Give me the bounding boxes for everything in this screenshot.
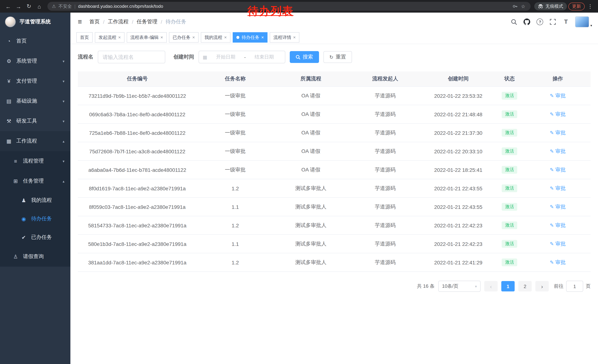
close-icon[interactable]: × — [160, 35, 163, 40]
approve-link[interactable]: ✎ 审批 — [550, 129, 566, 136]
close-icon[interactable]: × — [118, 35, 121, 40]
tab-home[interactable]: 首页 — [76, 32, 93, 43]
help-icon[interactable]: ? — [536, 18, 544, 25]
refresh-icon[interactable]: ↻ — [25, 2, 33, 11]
tab-done-tasks[interactable]: 已办任务 × — [169, 32, 199, 43]
tab-process-form-edit[interactable]: 流程表单-编辑 × — [127, 32, 167, 43]
start-date-placeholder: 开始日期 — [209, 54, 243, 60]
col-process: 所属流程 — [274, 72, 348, 87]
tab-start-process[interactable]: 发起流程 × — [95, 32, 125, 43]
sidebar-item-process-mgmt[interactable]: ≡ 流程管理 ▾ — [0, 151, 70, 171]
reset-button[interactable]: ↻ 重置 — [324, 51, 352, 63]
sidebar: 芋道管理系统 ◔ 首页 ⚙ 系统管理 ▾ ¥ 支付管理 ▾ ▤ 基础设施 ▾ — [0, 13, 70, 364]
search-icon[interactable] — [510, 18, 518, 25]
breadcrumb-home[interactable]: 首页 — [89, 18, 100, 25]
chevron-down-icon: ▾ — [63, 59, 65, 63]
tab-label: 已办任务 — [173, 34, 191, 40]
text-size-icon[interactable]: T — [562, 18, 570, 25]
approve-link[interactable]: ✎ 审批 — [550, 148, 566, 155]
sidebar-item-todo-tasks[interactable]: ◉ 待办任务 — [0, 210, 70, 228]
cell-action: ✎ 审批 — [525, 253, 590, 272]
prev-page-button[interactable]: ‹ — [484, 281, 498, 291]
tab-todo-tasks[interactable]: 待办任务 × — [233, 32, 267, 43]
table-row: 725a1eb6-7b88-11ec-8ef0-acde48001122 一级审… — [78, 123, 590, 142]
approve-link[interactable]: ✎ 审批 — [550, 222, 566, 229]
sidebar-item-label: 已办任务 — [31, 234, 52, 241]
edit-icon: ✎ — [550, 241, 554, 247]
todo-task-icon: ◉ — [21, 216, 27, 222]
date-range-picker[interactable]: ▦ 开始日期 - 结束日期 — [199, 51, 285, 63]
tab-my-process[interactable]: 我的流程 × — [201, 32, 231, 43]
table-header-row: 任务编号 任务名称 所属流程 流程发起人 创建时间 状态 操作 — [78, 72, 590, 87]
close-icon[interactable]: × — [261, 35, 264, 40]
process-name-label: 流程名 — [78, 54, 93, 60]
sidebar-item-system-mgmt[interactable]: ⚙ 系统管理 ▾ — [0, 51, 70, 71]
sidebar-item-my-process[interactable]: ♟ 我的流程 — [0, 191, 70, 210]
cell-starter: 芋道源码 — [348, 142, 422, 161]
cell-action: ✎ 审批 — [525, 105, 590, 123]
cell-status: 激活 — [494, 142, 525, 161]
sidebar-item-label: 工作流程 — [16, 138, 37, 145]
approve-link[interactable]: ✎ 审批 — [550, 203, 566, 210]
close-icon[interactable]: × — [293, 35, 296, 40]
approve-link-label: 审批 — [555, 222, 566, 229]
approve-link-label: 审批 — [555, 111, 566, 118]
sidebar-item-workflow[interactable]: ▦ 工作流程 ▴ — [0, 131, 70, 151]
github-icon[interactable] — [523, 18, 531, 25]
cell-action: ✎ 审批 — [525, 198, 590, 216]
approve-link[interactable]: ✎ 审批 — [550, 166, 566, 173]
cell-process: OA 请假 — [274, 105, 348, 123]
app-logo[interactable]: 芋道管理系统 — [0, 13, 70, 31]
sidebar-item-infrastructure[interactable]: ▤ 基础设施 ▾ — [0, 91, 70, 111]
next-page-button[interactable]: › — [535, 281, 549, 291]
close-icon[interactable]: × — [224, 35, 227, 40]
status-badge: 激活 — [502, 92, 517, 100]
sidebar-item-payment-mgmt[interactable]: ¥ 支付管理 ▾ — [0, 71, 70, 91]
breadcrumb-task-mgmt[interactable]: 任务管理 — [137, 18, 158, 25]
cell-task-id: 73211d9d-7b9b-11ec-b5b7-acde48001122 — [78, 87, 197, 105]
page-button-2[interactable]: 2 — [518, 281, 532, 291]
sidebar-item-task-mgmt[interactable]: ⊞ 任务管理 ▴ — [0, 171, 70, 191]
cell-created: 2022-01-21 22:42:23 — [422, 235, 494, 253]
browser-menu-icon[interactable]: ⋮ — [586, 3, 594, 9]
page-size-select[interactable]: 10条/页 ▾ — [438, 281, 481, 292]
user-menu[interactable]: ▾ — [575, 16, 592, 27]
fullscreen-icon[interactable] — [549, 18, 557, 25]
bookmark-star-icon[interactable]: ☆ — [520, 2, 526, 11]
approve-link[interactable]: ✎ 审批 — [550, 92, 566, 99]
status-badge: 激活 — [502, 221, 517, 229]
breadcrumb-current: 待办任务 — [166, 18, 186, 25]
sidebar-item-done-tasks[interactable]: ✔ 已办任务 — [0, 228, 70, 247]
sidebar-item-label: 待办任务 — [31, 216, 52, 222]
sidebar-item-dev-tools[interactable]: ⚒ 研发工具 ▾ — [0, 111, 70, 131]
home-icon[interactable]: ⌂ — [35, 2, 44, 11]
sidebar-item-home[interactable]: ◔ 首页 — [0, 31, 70, 51]
approve-link[interactable]: ✎ 审批 — [550, 259, 566, 266]
edit-icon: ✎ — [550, 130, 554, 136]
approve-link[interactable]: ✎ 审批 — [550, 111, 566, 118]
approve-link[interactable]: ✎ 审批 — [550, 241, 566, 247]
sidebar-item-leave-query[interactable]: ♙ 请假查询 — [0, 247, 70, 267]
key-icon[interactable] — [512, 4, 518, 9]
update-button[interactable]: 更新 — [568, 2, 585, 10]
cell-task-name: 一级审批 — [197, 87, 274, 105]
forward-icon[interactable]: → — [14, 2, 23, 11]
chevron-down-icon: ▾ — [63, 119, 65, 123]
sidebar-toggle-icon[interactable]: ≡ — [76, 18, 83, 26]
pagination: 共 16 条 10条/页 ▾ ‹ 1 2 › 前往 页 — [78, 281, 590, 292]
edit-icon: ✎ — [550, 167, 554, 173]
goto-page-input[interactable] — [566, 281, 583, 292]
tab-process-detail[interactable]: 流程详情 × — [270, 32, 299, 43]
process-name-input[interactable] — [98, 51, 165, 63]
approve-link[interactable]: ✎ 审批 — [550, 185, 566, 192]
breadcrumb-workflow[interactable]: 工作流程 — [108, 18, 129, 25]
page-button-1[interactable]: 1 — [501, 281, 515, 291]
cell-task-id: 75d72608-7b7f-11ec-a3c8-acde48001122 — [78, 142, 197, 161]
status-badge: 激活 — [502, 147, 517, 155]
close-icon[interactable]: × — [192, 35, 195, 40]
search-form: 流程名 创建时间 ▦ 开始日期 - 结束日期 搜索 ↻ — [78, 51, 590, 63]
sidebar-item-label: 任务管理 — [23, 178, 44, 184]
search-button[interactable]: 搜索 — [290, 51, 319, 63]
cell-status: 激活 — [494, 235, 525, 253]
back-icon[interactable]: ← — [4, 2, 13, 11]
